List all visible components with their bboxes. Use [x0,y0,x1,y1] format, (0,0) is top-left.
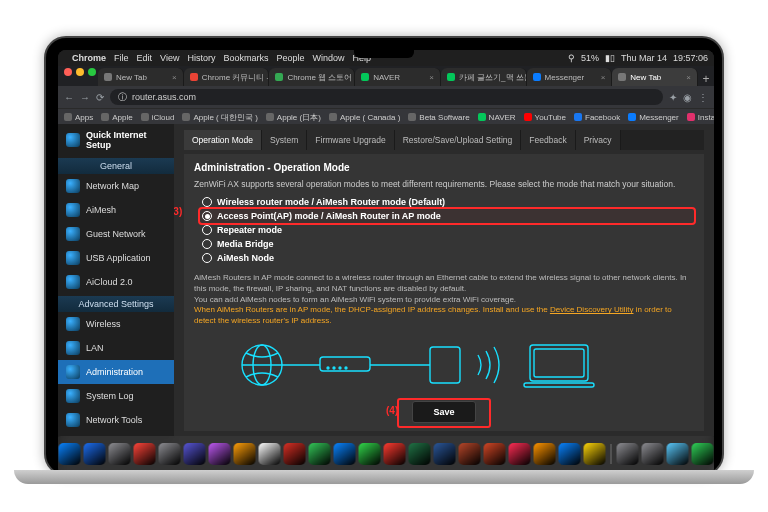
bookmark-item[interactable]: Instagram [687,113,714,122]
reload-button[interactable]: ⟳ [96,92,104,103]
menu-window[interactable]: Window [312,53,344,63]
quick-internet-setup[interactable]: Quick Internet Setup [58,124,174,156]
sidebar-item[interactable]: Network Tools [58,408,174,432]
dock-app-icon[interactable] [617,443,639,465]
menu-edit[interactable]: Edit [137,53,153,63]
dock-app-icon[interactable] [109,443,131,465]
dock-app-icon[interactable] [259,443,281,465]
close-tab-icon[interactable]: × [429,73,434,82]
subtab[interactable]: Privacy [576,130,621,150]
bookmark-item[interactable]: Apple (日本) [266,112,321,123]
close-tab-icon[interactable]: × [172,73,177,82]
dock-app-icon[interactable] [692,443,714,465]
close-tab-icon[interactable]: × [686,73,691,82]
bookmark-item[interactable]: Apple ( 대한민국 ) [182,112,257,123]
zoom-window-button[interactable] [88,68,96,76]
sidebar-item[interactable]: Wireless [58,312,174,336]
mode-radio[interactable]: AiMesh Node [200,251,694,265]
dock-app-icon[interactable] [409,443,431,465]
dock-app-icon[interactable] [134,443,156,465]
browser-tab[interactable]: 카페 글쓰기_맥 쓰는 사…× [441,68,527,86]
browser-tab[interactable]: New Tab× [98,68,184,86]
menu-file[interactable]: File [114,53,129,63]
new-tab-button[interactable]: + [698,72,714,86]
subtab[interactable]: Feedback [521,130,575,150]
bookmark-item[interactable]: Apple ( Canada ) [329,113,400,122]
dock-app-icon[interactable] [159,443,181,465]
device-discovery-link[interactable]: Device Discovery Utility [550,305,634,314]
sidebar-item[interactable]: USB Application [58,246,174,270]
dock-app-icon[interactable] [384,443,406,465]
subtab[interactable]: Firmware Upgrade [307,130,394,150]
dock-app-icon[interactable] [184,443,206,465]
dock-app-icon[interactable] [359,443,381,465]
chrome-menu-icon[interactable]: ⋮ [698,92,708,103]
sidebar-item[interactable]: Guest Network [58,222,174,246]
dock-app-icon[interactable] [234,443,256,465]
sidebar-item[interactable]: Administration [58,360,174,384]
profile-icon[interactable]: ◉ [683,92,692,103]
bookmark-item[interactable]: Facebook [574,113,620,122]
menu-bookmarks[interactable]: Bookmarks [223,53,268,63]
close-window-button[interactable] [64,68,72,76]
bookmark-item[interactable]: Apple [101,113,132,122]
wifi-icon[interactable]: ⚲ [568,53,575,63]
address-bar[interactable]: ⓘ router.asus.com [110,89,663,105]
bookmark-item[interactable]: NAVER [478,113,516,122]
subtab[interactable]: Operation Mode [184,130,262,150]
dock-app-icon[interactable] [59,443,81,465]
sidebar-item[interactable]: Network Map [58,174,174,198]
browser-tab[interactable]: Messenger× [527,68,613,86]
subtab[interactable]: System [262,130,307,150]
sidebar-label: AiCloud 2.0 [86,277,133,287]
dock-app-icon[interactable] [484,443,506,465]
dock-app-icon[interactable] [584,443,606,465]
mode-radio[interactable]: Repeater mode [200,223,694,237]
close-tab-icon[interactable]: × [601,73,606,82]
dock-app-icon[interactable] [667,443,689,465]
bookmark-item[interactable]: iCloud [141,113,175,122]
sidebar-item[interactable]: AiCloud 2.0 [58,270,174,294]
back-button[interactable]: ← [64,92,74,103]
admin-subtabs: Operation ModeSystemFirmware UpgradeRest… [184,130,704,150]
dock-app-icon[interactable] [434,443,456,465]
mode-radio[interactable]: Wireless router mode / AiMesh Router mod… [200,195,694,209]
sidebar-item[interactable]: System Log [58,384,174,408]
dock-app-icon[interactable] [309,443,331,465]
dock-app-icon[interactable] [334,443,356,465]
dock-app-icon[interactable] [509,443,531,465]
bookmark-item[interactable]: Beta Software [408,113,469,122]
sidebar-label: AiMesh [86,205,116,215]
save-button[interactable]: Save [412,401,475,423]
svg-point-6 [333,367,335,369]
sidebar-item[interactable]: LAN [58,336,174,360]
dock-app-icon[interactable] [209,443,231,465]
dock-app-icon[interactable] [459,443,481,465]
bookmark-item[interactable]: Apps [64,113,93,122]
mode-radios: Wireless router mode / AiMesh Router mod… [200,195,694,265]
dock-app-icon[interactable] [559,443,581,465]
mode-radio[interactable]: Access Point(AP) mode / AiMesh Router in… [200,209,694,223]
site-info-icon[interactable]: ⓘ [118,91,127,104]
mode-radio[interactable]: Media Bridge [200,237,694,251]
browser-tab[interactable]: Chrome 커뮤니티 - Yo…× [184,68,270,86]
forward-button[interactable]: → [80,92,90,103]
sidebar-item[interactable]: AiMesh [58,198,174,222]
dock-app-icon[interactable] [84,443,106,465]
dock-app-icon[interactable] [534,443,556,465]
browser-tab[interactable]: NAVER× [355,68,441,86]
extensions-icon[interactable]: ✦ [669,92,677,103]
bookmark-item[interactable]: YouTube [524,113,566,122]
menu-history[interactable]: History [187,53,215,63]
dock-app-icon[interactable] [284,443,306,465]
subtab[interactable]: Restore/Save/Upload Setting [395,130,522,150]
browser-tab[interactable]: New Tab× [612,68,698,86]
menu-people[interactable]: People [276,53,304,63]
sidebar-label: LAN [86,343,104,353]
dock-app-icon[interactable] [642,443,664,465]
menu-view[interactable]: View [160,53,179,63]
browser-tab[interactable]: Chrome 웹 스토어 - …× [269,68,355,86]
menubar-app[interactable]: Chrome [72,53,106,63]
minimize-window-button[interactable] [76,68,84,76]
bookmark-item[interactable]: Messenger [628,113,679,122]
